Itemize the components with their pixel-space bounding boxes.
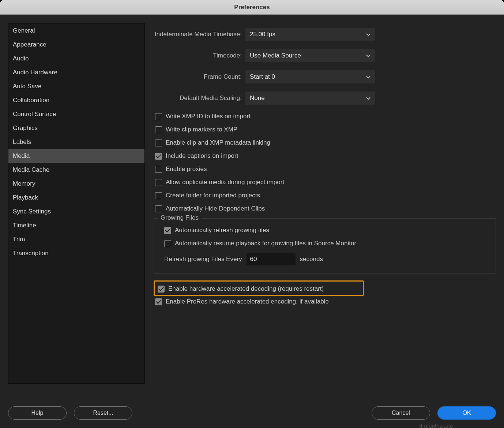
cancel-button[interactable]: Cancel [372,406,430,420]
sidebar-item-memory[interactable]: Memory [8,177,144,191]
select-framecount-value: Start at 0 [250,73,275,81]
sidebar-item-media-cache[interactable]: Media Cache [8,163,144,177]
refresh-seconds-input[interactable]: 60 [247,253,296,265]
checkbox-hw-accelerated-decoding[interactable]: Enable hardware accelerated decoding (re… [156,285,361,293]
checkbox-label: Enable hardware accelerated decoding (re… [168,285,324,293]
reset-button[interactable]: Reset... [74,406,132,420]
checkbox-icon [155,179,162,186]
label-framecount: Frame Count: [154,73,245,81]
window-title: Preferences [234,4,270,11]
checkbox-icon [155,298,162,305]
ghost-timestamp: 4 months ago [420,423,453,428]
dialog-footer: Help Reset... Cancel OK [8,398,496,421]
checkbox-icon [155,113,162,120]
checkbox-write-xmp-id[interactable]: Write XMP ID to files on import [154,113,496,120]
sidebar-item-sync-settings[interactable]: Sync Settings [8,205,144,219]
checkbox-label: Write clip markers to XMP [166,126,237,133]
sidebar-item-appearance[interactable]: Appearance [8,38,144,52]
checkbox-xmp-linking[interactable]: Enable clip and XMP metadata linking [154,139,496,146]
select-framecount[interactable]: Start at 0 [245,70,375,83]
checkbox-auto-refresh-growing[interactable]: Automatically refresh growing files [163,227,487,234]
checkbox-label: Automatically resume playback for growin… [175,240,356,247]
refresh-suffix: seconds [300,256,323,263]
refresh-prefix: Refresh growing Files Every [164,256,242,263]
sidebar-item-timeline[interactable]: Timeline [8,219,144,232]
checkbox-label: Allow duplicate media during project imp… [166,179,284,186]
sidebar-item-audio[interactable]: Audio [8,52,144,66]
select-timebase-value: 25.00 fps [250,31,275,38]
row-timebase: Indeterminate Media Timebase: 25.00 fps [154,28,496,41]
sidebar-item-control-surface[interactable]: Control Surface [8,107,144,121]
sidebar-item-general[interactable]: General [8,24,144,38]
preferences-body: GeneralAppearanceAudioAudio HardwareAuto… [0,15,504,428]
checkbox-icon [155,126,162,133]
checkbox-auto-resume-growing[interactable]: Automatically resume playback for growin… [163,240,487,247]
row-scaling: Default Media Scaling: None [154,92,496,105]
sidebar-item-collaboration[interactable]: Collaboration [8,93,144,107]
growing-files-legend: Growing Files [158,214,201,222]
row-timecode: Timecode: Use Media Source [154,49,496,62]
select-timecode-value: Use Media Source [250,52,301,59]
checkbox-write-clip-markers[interactable]: Write clip markers to XMP [154,126,496,133]
category-sidebar: GeneralAppearanceAudioAudio HardwareAuto… [8,23,145,384]
select-scaling-value: None [250,94,265,102]
sidebar-item-trim[interactable]: Trim [8,232,144,246]
row-framecount: Frame Count: Start at 0 [154,70,496,83]
checkbox-hide-dependent[interactable]: Automatically Hide Dependent Clips [154,205,496,212]
checkbox-label: Include captions on import [166,152,238,160]
highlighted-option: Enable hardware accelerated decoding (re… [154,280,364,296]
sidebar-item-labels[interactable]: Labels [8,135,144,149]
chevron-down-icon [366,96,371,101]
refresh-interval-row: Refresh growing Files Every 60 seconds [163,253,487,265]
chevron-down-icon [366,32,371,37]
checkbox-label: Enable proxies [166,165,207,173]
sidebar-item-playback[interactable]: Playback [8,191,144,205]
checkbox-label: Write XMP ID to files on import [166,113,251,120]
sidebar-item-audio-hardware[interactable]: Audio Hardware [8,66,144,79]
sidebar-item-transcription[interactable]: Transcription [8,246,144,260]
checkbox-icon [164,240,171,247]
label-scaling: Default Media Scaling: [154,94,245,102]
checkbox-label: Enable clip and XMP metadata linking [166,139,270,146]
select-timebase[interactable]: 25.00 fps [245,28,375,41]
checkbox-prores-hw-encoding[interactable]: Enable ProRes hardware accelerated encod… [154,298,496,305]
select-scaling[interactable]: None [245,92,375,105]
sidebar-item-auto-save[interactable]: Auto Save [8,79,144,93]
chevron-down-icon [366,53,371,58]
checkbox-label: Enable ProRes hardware accelerated encod… [166,298,329,305]
checkbox-label: Automatically Hide Dependent Clips [166,205,265,212]
checkbox-icon [155,153,162,160]
checkbox-icon [155,192,162,199]
checkbox-create-folder[interactable]: Create folder for imported projects [154,192,496,199]
checkbox-icon [155,205,162,212]
checkbox-include-captions[interactable]: Include captions on import [154,152,496,160]
ok-button[interactable]: OK [437,406,496,420]
window-titlebar: Preferences [0,0,504,15]
sidebar-item-media[interactable]: Media [8,149,144,163]
main-area: GeneralAppearanceAudioAudio HardwareAuto… [8,23,496,398]
checkbox-icon [155,139,162,146]
label-timecode: Timecode: [154,52,245,59]
media-settings-panel: Indeterminate Media Timebase: 25.00 fps … [154,23,496,398]
checkbox-icon [155,166,162,173]
growing-files-fieldset: Growing Files Automatically refresh grow… [154,218,496,274]
checkbox-allow-duplicate[interactable]: Allow duplicate media during project imp… [154,179,496,186]
sidebar-item-graphics[interactable]: Graphics [8,121,144,135]
chevron-down-icon [366,74,371,79]
checkbox-label: Automatically refresh growing files [175,227,269,234]
checkbox-label: Create folder for imported projects [166,192,260,199]
label-timebase: Indeterminate Media Timebase: [154,31,245,38]
help-button[interactable]: Help [8,406,67,420]
checkbox-icon [164,227,171,234]
checkbox-enable-proxies[interactable]: Enable proxies [154,165,496,173]
checkbox-icon [158,286,165,293]
select-timecode[interactable]: Use Media Source [245,49,375,62]
